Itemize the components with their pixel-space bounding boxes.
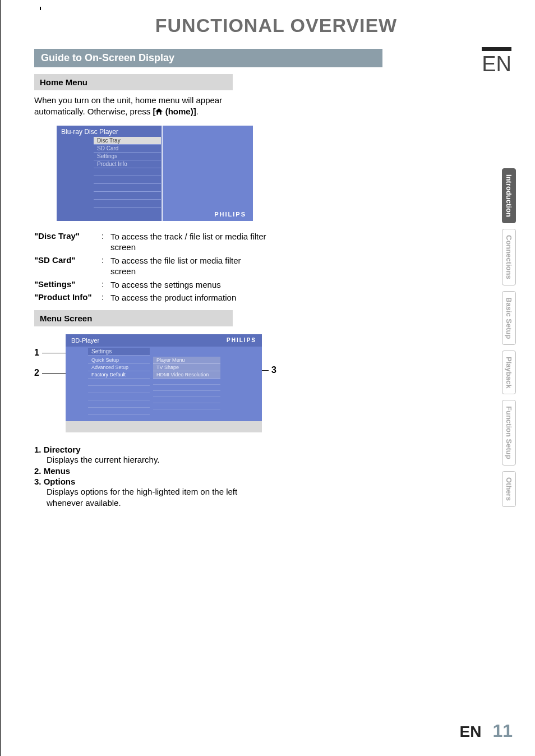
screenshot-row-blank <box>88 386 150 393</box>
callout-2: 2 <box>34 368 39 378</box>
screenshot-left-column: Quick Setup Advanced Setup Factory Defau… <box>88 357 150 415</box>
screenshot-menu-item: SD Card <box>94 145 161 153</box>
screenshot-body: Settings Quick Setup Advanced Setup Fact… <box>66 347 262 421</box>
definition-colon: : <box>102 231 110 253</box>
definition-row: "Disc Tray" : To access the track / file… <box>34 231 266 253</box>
definition-desc: To access the file list or media filter … <box>110 255 266 277</box>
definition-row: "SD Card" : To access the file list or m… <box>34 255 266 277</box>
definition-desc: To access the product information <box>110 292 266 303</box>
numbered-list: 1. Directory Displays the current hierar… <box>34 445 266 509</box>
subsection-menu-screen: Menu Screen <box>34 310 233 326</box>
screenshot-menu-item: Settings <box>94 153 161 160</box>
screenshot-sidebar: Blu-ray Disc Player Disc Tray SD Card Se… <box>57 126 163 221</box>
screenshot-topbar: BD-Player PHILIPS <box>66 334 262 347</box>
screenshot-row: Advanced Setup <box>88 364 150 371</box>
list-item: 1. Directory Displays the current hierar… <box>34 445 266 465</box>
screenshot-breadcrumb: Settings <box>88 348 150 356</box>
definition-term: "Disc Tray" <box>34 231 102 253</box>
screenshot-row-blank <box>88 379 150 386</box>
screenshot-row-blank <box>88 408 150 415</box>
screenshot-row: Factory Default <box>88 371 150 379</box>
callout-3-label: 3 <box>271 365 276 375</box>
list-desc: Displays options for the high-lighted it… <box>47 486 266 508</box>
screenshot-menu: Disc Tray SD Card Settings Product Info <box>94 137 161 208</box>
menu-screen-wrapper: 1 2 3 BD-Player PHILIPS Settings Quick S… <box>34 334 270 432</box>
list-term: Options <box>44 477 76 486</box>
list-term: Menus <box>44 466 71 476</box>
screenshot-row-blank <box>153 397 220 403</box>
screenshot-menu-blank <box>94 200 161 208</box>
tab-connections[interactable]: Connections <box>502 229 516 285</box>
definition-colon: : <box>102 292 110 303</box>
screenshot-row: TV Shape <box>153 364 220 371</box>
home-menu-intro: When you turn on the unit, home menu wil… <box>34 95 252 118</box>
list-item: 2. Menus <box>34 466 266 476</box>
screenshot-menu-blank <box>94 168 161 176</box>
section-heading: Guide to On-Screen Display <box>34 49 382 67</box>
tab-introduction[interactable]: Introduction <box>502 168 516 223</box>
intro-home-label: (home)] <box>163 107 196 116</box>
list-term: Directory <box>44 445 81 454</box>
screenshot-row-blank <box>153 379 220 385</box>
menu-screen-screenshot: BD-Player PHILIPS Settings Quick Setup A… <box>66 334 262 432</box>
tab-function-setup[interactable]: Function Setup <box>502 400 516 465</box>
home-icon <box>155 108 163 115</box>
list-item: 3. Options Displays options for the high… <box>34 477 266 508</box>
footer-lang: EN <box>460 723 482 741</box>
definition-row: "Settings" : To access the settings menu… <box>34 279 266 291</box>
definition-desc: To access the track / file list or media… <box>110 231 266 253</box>
screenshot-row: Quick Setup <box>88 357 150 364</box>
footer-page-number: 11 <box>492 721 513 741</box>
tab-others[interactable]: Others <box>502 471 516 507</box>
manual-page: FUNCTIONAL OVERVIEW EN Guide to On-Scree… <box>0 0 535 756</box>
definition-desc: To access the settings menus <box>110 279 266 291</box>
screenshot-row: HDMI Video Resolution <box>153 371 220 379</box>
screenshot-row-blank <box>88 400 150 408</box>
screenshot-menu-blank <box>94 176 161 184</box>
list-desc: Displays the current hierarchy. <box>47 454 266 465</box>
screenshot-menu-blank <box>94 192 161 200</box>
screenshot-row-blank <box>153 391 220 397</box>
callout-1: 1 <box>34 348 39 358</box>
screenshot-menu-item: Product Info <box>94 160 161 168</box>
screenshot-row-blank <box>153 385 220 391</box>
screenshot-row: Player Menu <box>153 357 220 364</box>
screenshot-menu-item: Disc Tray <box>94 137 161 145</box>
screenshot-top-left: BD-Player <box>71 337 99 344</box>
definition-term: "SD Card" <box>34 255 102 277</box>
definition-term: "Product Info" <box>34 292 102 303</box>
screenshot-row-blank <box>88 393 150 400</box>
callout-2-label: 2 <box>34 368 39 377</box>
tab-playback[interactable]: Playback <box>502 351 516 394</box>
definition-term: "Settings" <box>34 279 102 291</box>
brand-logo: PHILIPS <box>214 211 246 218</box>
intro-period: . <box>196 107 199 116</box>
screenshot-footer <box>66 421 262 432</box>
side-tabs: Introduction Connections Basic Setup Pla… <box>502 168 516 507</box>
home-menu-definitions: "Disc Tray" : To access the track / file… <box>34 231 266 303</box>
brand-logo: PHILIPS <box>227 337 256 343</box>
screenshot-menu-blank <box>94 184 161 192</box>
language-indicator: EN <box>482 47 511 76</box>
screenshot-right-column: Player Menu TV Shape HDMI Video Resoluti… <box>153 357 220 409</box>
definition-colon: : <box>102 255 110 277</box>
definition-row: "Product Info" : To access the product i… <box>34 292 266 303</box>
home-menu-screenshot: Blu-ray Disc Player Disc Tray SD Card Se… <box>57 126 253 221</box>
page-title: FUNCTIONAL OVERVIEW <box>34 15 518 36</box>
screenshot-title: Blu-ray Disc Player <box>57 126 162 138</box>
definition-colon: : <box>102 279 110 291</box>
callout-1-label: 1 <box>34 348 39 357</box>
list-number: 1. <box>34 445 41 454</box>
callout-3: 3 <box>271 365 276 375</box>
subsection-home-menu: Home Menu <box>34 74 233 90</box>
tab-basic-setup[interactable]: Basic Setup <box>502 291 516 345</box>
screenshot-row-blank <box>153 403 220 409</box>
list-number: 2. <box>34 466 41 476</box>
list-number: 3. <box>34 477 41 486</box>
page-footer: EN 11 <box>460 721 513 741</box>
